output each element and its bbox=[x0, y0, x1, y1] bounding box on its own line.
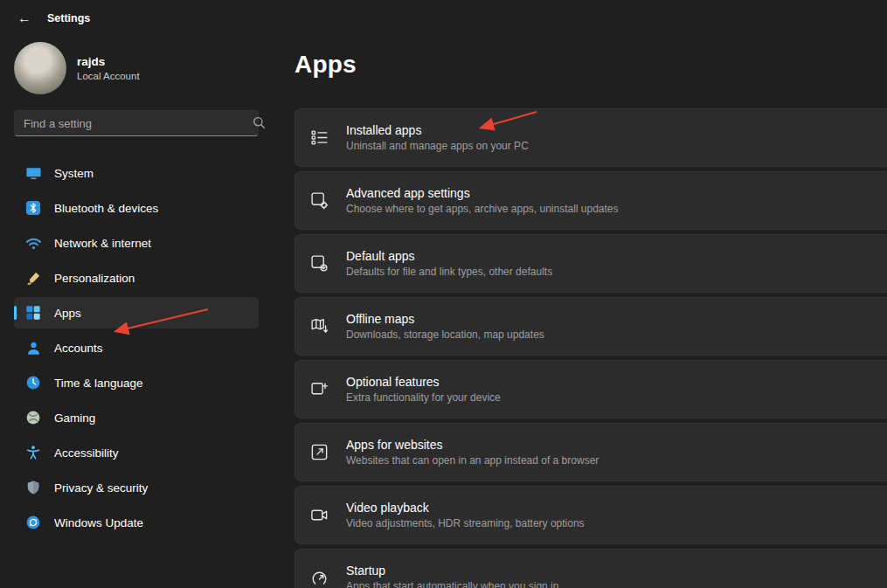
card-subtitle: Uninstall and manage apps on your PC bbox=[346, 140, 529, 152]
back-button[interactable]: ← bbox=[12, 6, 37, 31]
sidebar-item-label: Privacy & security bbox=[54, 481, 148, 495]
sidebar-item-label: Bluetooth & devices bbox=[54, 202, 158, 215]
card-title: Optional features bbox=[346, 375, 501, 389]
profile-name: rajds bbox=[77, 55, 140, 68]
card-subtitle: Extra functionality for your device bbox=[346, 391, 501, 404]
video-playback-card[interactable]: Video playback Video adjustments, HDR st… bbox=[295, 486, 887, 544]
sidebar-item-label: Time & language bbox=[54, 377, 143, 390]
apps-for-websites-card[interactable]: Apps for websites Websites that can open… bbox=[295, 423, 887, 481]
sidebar-item-label: Windows Update bbox=[54, 516, 143, 529]
sidebar-item-system[interactable]: System bbox=[14, 157, 259, 189]
card-subtitle: Downloads, storage location, map updates bbox=[346, 329, 544, 341]
apps-icon bbox=[24, 304, 42, 322]
sidebar-item-label: System bbox=[54, 167, 94, 180]
search-input[interactable] bbox=[14, 110, 259, 136]
sidebar-item-label: Network & internet bbox=[54, 237, 151, 250]
card-title: Installed apps bbox=[346, 123, 529, 137]
sidebar-nav: System Bluetooth & devices Network & int… bbox=[14, 157, 274, 538]
time-language-icon bbox=[24, 374, 42, 391]
sidebar-item-label: Gaming bbox=[54, 412, 95, 425]
profile[interactable]: rajds Local Account bbox=[14, 42, 274, 94]
sidebar-item-accounts[interactable]: Accounts bbox=[14, 332, 259, 363]
card-subtitle: Apps that start automatically when you s… bbox=[346, 580, 558, 588]
startup-icon bbox=[308, 567, 330, 588]
card-title: Startup bbox=[346, 564, 558, 578]
card-subtitle: Video adjustments, HDR streaming, batter… bbox=[346, 517, 585, 529]
sidebar-item-gaming[interactable]: Gaming bbox=[14, 402, 259, 433]
apps-for-websites-icon bbox=[308, 441, 330, 464]
sidebar-item-privacy-security[interactable]: Privacy & security bbox=[14, 472, 259, 503]
sidebar-item-time-language[interactable]: Time & language bbox=[14, 367, 259, 398]
offline-maps-card[interactable]: Offline maps Downloads, storage location… bbox=[295, 297, 887, 356]
card-title: Default apps bbox=[346, 249, 552, 263]
sidebar-item-apps[interactable]: Apps bbox=[14, 297, 259, 329]
sidebar-item-label: Accessibility bbox=[54, 446, 119, 460]
accessibility-icon bbox=[24, 444, 42, 461]
sidebar-item-label: Accounts bbox=[54, 342, 103, 355]
sidebar-item-personalization[interactable]: Personalization bbox=[14, 262, 259, 294]
profile-account-type: Local Account bbox=[77, 71, 140, 81]
sidebar-item-accessibility[interactable]: Accessibility bbox=[14, 437, 259, 468]
sidebar-item-label: Apps bbox=[54, 307, 81, 320]
page-title: Apps bbox=[295, 51, 357, 79]
card-title: Video playback bbox=[346, 501, 585, 515]
privacy-security-icon bbox=[24, 479, 42, 496]
gaming-icon bbox=[24, 409, 42, 426]
settings-card-list: Installed apps Uninstall and manage apps… bbox=[295, 108, 887, 588]
startup-card[interactable]: Startup Apps that start automatically wh… bbox=[295, 549, 887, 588]
bluetooth-icon bbox=[24, 199, 42, 217]
offline-maps-icon bbox=[308, 315, 330, 338]
system-icon bbox=[24, 164, 42, 182]
default-apps-card[interactable]: Default apps Defaults for file and link … bbox=[295, 234, 887, 293]
search-box bbox=[14, 110, 274, 136]
window-title: Settings bbox=[47, 12, 90, 24]
advanced-app-settings-icon bbox=[308, 190, 330, 212]
installed-apps-card[interactable]: Installed apps Uninstall and manage apps… bbox=[295, 108, 887, 167]
video-playback-icon bbox=[308, 504, 330, 527]
sidebar-item-network-internet[interactable]: Network & internet bbox=[14, 227, 259, 259]
windows-update-icon bbox=[24, 514, 42, 531]
network-icon bbox=[24, 234, 42, 252]
sidebar-item-windows-update[interactable]: Windows Update bbox=[14, 507, 259, 538]
card-title: Apps for websites bbox=[346, 438, 599, 452]
card-subtitle: Choose where to get apps, archive apps, … bbox=[346, 203, 619, 215]
installed-apps-icon bbox=[308, 127, 330, 149]
default-apps-icon bbox=[308, 252, 330, 275]
personalization-icon bbox=[24, 269, 42, 287]
avatar bbox=[14, 42, 66, 94]
sidebar-item-bluetooth-devices[interactable]: Bluetooth & devices bbox=[14, 192, 259, 224]
sidebar-item-label: Personalization bbox=[54, 272, 135, 285]
card-title: Advanced app settings bbox=[346, 186, 619, 200]
search-icon bbox=[253, 116, 266, 129]
sidebar: rajds Local Account System Bluetooth & d… bbox=[0, 37, 288, 588]
back-arrow-icon: ← bbox=[17, 10, 31, 26]
optional-features-icon bbox=[308, 378, 330, 401]
card-title: Offline maps bbox=[346, 312, 544, 326]
optional-features-card[interactable]: Optional features Extra functionality fo… bbox=[295, 360, 887, 419]
card-subtitle: Websites that can open in an app instead… bbox=[346, 454, 599, 467]
titlebar: ← Settings bbox=[0, 0, 887, 37]
accounts-icon bbox=[24, 339, 42, 356]
advanced-app-settings-card[interactable]: Advanced app settings Choose where to ge… bbox=[295, 171, 887, 230]
card-subtitle: Defaults for file and link types, other … bbox=[346, 266, 552, 278]
